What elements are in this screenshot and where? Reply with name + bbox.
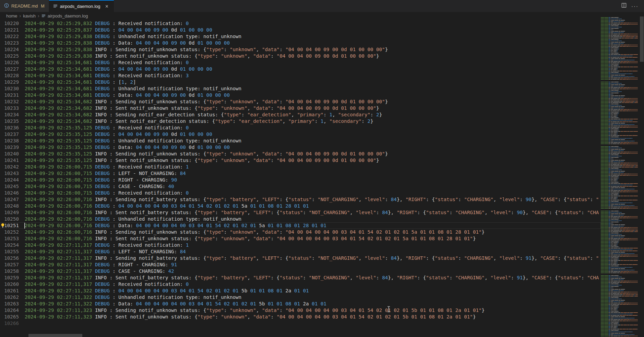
line-number[interactable]: 10261	[0, 288, 19, 294]
line-number[interactable]: 10255	[0, 248, 19, 255]
line-number[interactable]: 10235	[0, 118, 19, 125]
line-number[interactable]: 10248	[0, 203, 19, 209]
line-number[interactable]: 10240	[0, 151, 19, 157]
log-line[interactable]: 102592024-09-29 02:27:11,317 INFO : Sent…	[0, 275, 601, 281]
line-number[interactable]: 10264	[0, 307, 19, 314]
line-number[interactable]: 10263	[0, 301, 19, 307]
log-line[interactable]: 102462024-09-29 02:26:00,715 DEBUG : Rec…	[0, 190, 601, 196]
minimap[interactable]	[601, 17, 638, 337]
log-line[interactable]: 102262024-09-29 02:25:34,681 DEBUG : Rec…	[0, 59, 601, 66]
split-editor-icon[interactable]	[621, 3, 627, 9]
line-number[interactable]: 10258	[0, 268, 19, 275]
line-number[interactable]: 10233	[0, 105, 19, 112]
line-number[interactable]: 10224	[0, 46, 19, 53]
line-number[interactable]: 10262	[0, 294, 19, 301]
line-number[interactable]: 10232	[0, 98, 19, 105]
log-line[interactable]: 102242024-09-29 02:25:29,838 INFO : Send…	[0, 46, 601, 53]
close-icon[interactable]: ×	[104, 4, 110, 9]
log-line[interactable]: 102252024-09-29 02:25:29,838 INFO : Sent…	[0, 53, 601, 59]
log-line[interactable]: 102472024-09-29 02:26:00,716 INFO : Send…	[0, 196, 601, 203]
line-number[interactable]: 10254	[0, 242, 19, 248]
log-line[interactable]: 102572024-09-29 02:27:11,317 DEBUG : RIG…	[0, 262, 601, 268]
line-number[interactable]: 10260	[0, 281, 19, 288]
line-number[interactable]: 10221	[0, 27, 19, 33]
log-line[interactable]: 102412024-09-29 02:25:35,125 INFO : Sent…	[0, 157, 601, 164]
line-number[interactable]: 10228	[0, 72, 19, 79]
log-line[interactable]: 102282024-09-29 02:25:34,681 DEBUG : Rec…	[0, 72, 601, 79]
log-line[interactable]: 102582024-09-29 02:27:11,317 DEBUG : CAS…	[0, 268, 601, 275]
breadcrumb-item-home[interactable]: home	[6, 13, 17, 19]
log-line[interactable]: 102622024-09-29 02:27:11,322 DEBUG : Unh…	[0, 294, 601, 301]
line-number[interactable]: 10243	[0, 170, 19, 177]
log-line[interactable]: 102492024-09-29 02:26:00,716 INFO : Sent…	[0, 209, 601, 216]
line-number[interactable]: 10229	[0, 79, 19, 85]
line-number[interactable]: 10250	[0, 216, 19, 222]
line-number[interactable]: 10234	[0, 112, 19, 118]
editor-content[interactable]: 102202024-09-29 02:25:29,832 DEBUG : Rec…	[0, 20, 601, 337]
log-line[interactable]: 102502024-09-29 02:26:00,716 DEBUG : Unh…	[0, 216, 601, 222]
line-number[interactable]: 10220	[0, 20, 19, 27]
log-line[interactable]: 102512024-09-29 02:26:00,716 DEBUG : Dat…	[0, 222, 601, 229]
log-line[interactable]: 102212024-09-29 02:25:29,837 DEBUG : 04 …	[0, 27, 601, 33]
log-line[interactable]: 102382024-09-29 02:25:35,125 DEBUG : Unh…	[0, 138, 601, 144]
log-line[interactable]: 102642024-09-29 02:27:11,323 INFO : Send…	[0, 307, 601, 314]
line-number[interactable]: 10222	[0, 33, 19, 40]
log-line[interactable]: 102362024-09-29 02:25:35,125 DEBUG : Rec…	[0, 125, 601, 131]
line-number[interactable]: 10242	[0, 164, 19, 170]
log-line[interactable]: 102442024-09-29 02:26:00,715 DEBUG : RIG…	[0, 177, 601, 183]
log-line[interactable]: 102532024-09-29 02:26:00,716 INFO : Sent…	[0, 235, 601, 242]
line-number[interactable]: 10266	[0, 320, 19, 327]
line-number[interactable]: 10265	[0, 314, 19, 320]
line-number[interactable]: 10253	[0, 235, 19, 242]
line-number[interactable]: 10237	[0, 131, 19, 138]
line-number[interactable]: 10241	[0, 157, 19, 164]
log-line[interactable]: 102302024-09-29 02:25:34,681 DEBUG : Unh…	[0, 85, 601, 92]
log-line[interactable]: 102432024-09-29 02:26:00,715 DEBUG : LEF…	[0, 170, 601, 177]
line-number[interactable]: 10246	[0, 190, 19, 196]
lightbulb-icon[interactable]	[0, 223, 5, 228]
breadcrumb-item-kavish[interactable]: kavish	[23, 13, 36, 19]
line-number[interactable]: 10256	[0, 255, 19, 262]
log-line[interactable]: 102342024-09-29 02:25:34,682 INFO : Send…	[0, 112, 601, 118]
log-line[interactable]: 102402024-09-29 02:25:35,125 INFO : Send…	[0, 151, 601, 157]
more-actions-icon[interactable]: ···	[631, 3, 639, 9]
line-number[interactable]: 10238	[0, 138, 19, 144]
line-number[interactable]: 10257	[0, 262, 19, 268]
log-line[interactable]: 102612024-09-29 02:27:11,322 DEBUG : 04 …	[0, 288, 601, 294]
log-line[interactable]: 102482024-09-29 02:26:00,716 DEBUG : 04 …	[0, 203, 601, 209]
log-line[interactable]: 102332024-09-29 02:25:34,682 INFO : Sent…	[0, 105, 601, 112]
vertical-scrollbar[interactable]	[640, 16, 644, 62]
log-line[interactable]: 102452024-09-29 02:26:00,715 DEBUG : CAS…	[0, 183, 601, 190]
log-line[interactable]: 102222024-09-29 02:25:29,838 DEBUG : Unh…	[0, 33, 601, 40]
line-number[interactable]: 10236	[0, 125, 19, 131]
log-line[interactable]: 102422024-09-29 02:26:00,715 DEBUG : Rec…	[0, 164, 601, 170]
breadcrumb-item-file[interactable]: airpods_daemon.log	[48, 13, 88, 19]
log-line[interactable]: 102232024-09-29 02:25:29,838 DEBUG : Dat…	[0, 40, 601, 46]
tab-airpods-daemon-log[interactable]: airpods_daemon.log ×	[49, 0, 114, 12]
log-line[interactable]: 102312024-09-29 02:25:34,681 DEBUG : Dat…	[0, 92, 601, 98]
line-number[interactable]: 10247	[0, 196, 19, 203]
line-number[interactable]: 10230	[0, 85, 19, 92]
line-number[interactable]: 10239	[0, 144, 19, 151]
log-line[interactable]: 102522024-09-29 02:26:00,716 INFO : Send…	[0, 229, 601, 235]
log-line[interactable]: 102542024-09-29 02:27:11,317 DEBUG : Rec…	[0, 242, 601, 248]
line-number[interactable]: 10244	[0, 177, 19, 183]
log-line[interactable]: 102292024-09-29 02:25:34,681 DEBUG : [1,…	[0, 79, 601, 85]
log-line[interactable]: 102632024-09-29 02:27:11,322 DEBUG : Dat…	[0, 301, 601, 307]
line-number[interactable]: 10249	[0, 209, 19, 216]
log-line[interactable]: 10266	[0, 320, 601, 327]
log-line[interactable]: 102652024-09-29 02:27:11,323 INFO : Sent…	[0, 314, 601, 320]
log-line[interactable]: 102272024-09-29 02:25:34,681 DEBUG : 04 …	[0, 66, 601, 72]
line-number[interactable]: 10225	[0, 53, 19, 59]
line-number[interactable]: 10245	[0, 183, 19, 190]
line-number[interactable]: 10259	[0, 275, 19, 281]
log-line[interactable]: 102552024-09-29 02:27:11,317 DEBUG : LEF…	[0, 248, 601, 255]
line-number[interactable]: 10223	[0, 40, 19, 46]
log-line[interactable]: 102352024-09-29 02:25:34,682 INFO : Sent…	[0, 118, 601, 125]
log-line[interactable]: 102562024-09-29 02:27:11,317 INFO : Send…	[0, 255, 601, 262]
line-number[interactable]: 10231	[0, 92, 19, 98]
log-line[interactable]: 102372024-09-29 02:25:35,125 DEBUG : 04 …	[0, 131, 601, 138]
line-number[interactable]: 10227	[0, 66, 19, 72]
line-number[interactable]: 10226	[0, 59, 19, 66]
log-line[interactable]: 102202024-09-29 02:25:29,832 DEBUG : Rec…	[0, 20, 601, 27]
